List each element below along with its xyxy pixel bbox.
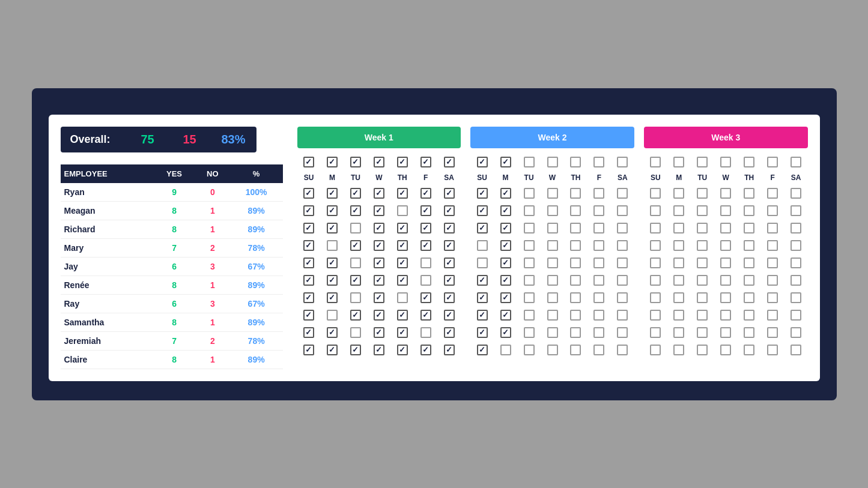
check-cell[interactable]	[297, 290, 321, 306]
check-cell[interactable]	[517, 203, 541, 218]
check-cell[interactable]	[470, 325, 494, 340]
checkbox[interactable]	[650, 258, 661, 268]
check-cell[interactable]	[691, 290, 714, 306]
check-cell[interactable]	[691, 185, 714, 201]
check-cell[interactable]	[494, 255, 517, 271]
checkbox[interactable]	[420, 310, 431, 321]
checkbox[interactable]	[720, 205, 731, 216]
checkbox[interactable]	[477, 240, 488, 251]
checkbox[interactable]	[303, 188, 314, 199]
checkbox[interactable]	[303, 327, 314, 338]
checkbox[interactable]	[477, 292, 488, 303]
checkbox[interactable]	[500, 275, 511, 286]
check-cell[interactable]	[437, 203, 461, 218]
check-cell[interactable]	[541, 185, 564, 201]
checkbox[interactable]	[327, 157, 338, 167]
checkbox[interactable]	[593, 258, 604, 268]
check-cell[interactable]	[714, 185, 738, 201]
checkbox[interactable]	[767, 275, 778, 286]
check-cell[interactable]	[414, 325, 437, 340]
checkbox[interactable]	[547, 205, 558, 216]
check-cell[interactable]	[414, 342, 437, 358]
checkbox[interactable]	[444, 327, 455, 338]
checkbox[interactable]	[327, 292, 338, 303]
checkbox[interactable]	[350, 292, 361, 303]
check-cell[interactable]	[297, 255, 321, 271]
check-cell[interactable]	[320, 325, 344, 340]
check-cell[interactable]	[414, 203, 437, 218]
checkbox[interactable]	[720, 157, 731, 167]
checkbox[interactable]	[444, 275, 455, 286]
check-cell[interactable]	[470, 307, 494, 323]
check-cell[interactable]	[785, 342, 808, 358]
checkbox[interactable]	[547, 275, 558, 286]
check-cell[interactable]	[738, 255, 761, 271]
checkbox[interactable]	[444, 188, 455, 199]
checkbox[interactable]	[744, 157, 754, 167]
check-cell[interactable]	[297, 203, 321, 218]
check-cell[interactable]	[437, 325, 461, 340]
checkbox[interactable]	[617, 205, 628, 216]
check-cell[interactable]	[761, 203, 785, 218]
checkbox[interactable]	[547, 223, 558, 233]
checkbox[interactable]	[593, 205, 604, 216]
checkbox[interactable]	[547, 345, 558, 355]
checkbox[interactable]	[524, 345, 535, 355]
checkbox[interactable]	[744, 327, 754, 338]
checkbox[interactable]	[697, 188, 708, 199]
header-check-cell[interactable]	[344, 154, 367, 170]
check-cell[interactable]	[367, 290, 390, 306]
check-cell[interactable]	[667, 238, 691, 253]
check-cell[interactable]	[691, 342, 714, 358]
check-cell[interactable]	[644, 273, 667, 288]
check-cell[interactable]	[564, 185, 587, 201]
checkbox[interactable]	[420, 223, 431, 233]
checkbox[interactable]	[444, 292, 455, 303]
check-cell[interactable]	[344, 238, 367, 253]
checkbox[interactable]	[617, 240, 628, 251]
checkbox[interactable]	[397, 157, 408, 167]
check-cell[interactable]	[714, 203, 738, 218]
checkbox[interactable]	[477, 223, 488, 233]
checkbox[interactable]	[744, 275, 754, 286]
check-cell[interactable]	[738, 220, 761, 236]
checkbox[interactable]	[524, 310, 535, 321]
check-cell[interactable]	[587, 307, 611, 323]
header-check-cell[interactable]	[644, 154, 667, 170]
checkbox[interactable]	[767, 188, 778, 199]
check-cell[interactable]	[644, 238, 667, 253]
check-cell[interactable]	[541, 220, 564, 236]
check-cell[interactable]	[714, 325, 738, 340]
checkbox[interactable]	[617, 188, 628, 199]
checkbox[interactable]	[570, 258, 581, 268]
check-cell[interactable]	[785, 307, 808, 323]
check-cell[interactable]	[494, 185, 517, 201]
check-cell[interactable]	[714, 255, 738, 271]
checkbox[interactable]	[673, 188, 684, 199]
checkbox[interactable]	[303, 240, 314, 251]
checkbox[interactable]	[791, 205, 801, 216]
check-cell[interactable]	[587, 255, 611, 271]
checkbox[interactable]	[374, 310, 384, 321]
check-cell[interactable]	[297, 273, 321, 288]
check-cell[interactable]	[738, 238, 761, 253]
check-cell[interactable]	[390, 307, 414, 323]
checkbox[interactable]	[500, 205, 511, 216]
checkbox[interactable]	[697, 327, 708, 338]
check-cell[interactable]	[437, 238, 461, 253]
check-cell[interactable]	[390, 238, 414, 253]
checkbox[interactable]	[767, 327, 778, 338]
check-cell[interactable]	[437, 307, 461, 323]
check-cell[interactable]	[785, 185, 808, 201]
check-cell[interactable]	[667, 342, 691, 358]
check-cell[interactable]	[761, 220, 785, 236]
header-check-cell[interactable]	[320, 154, 344, 170]
checkbox[interactable]	[327, 345, 338, 355]
check-cell[interactable]	[414, 238, 437, 253]
check-cell[interactable]	[738, 273, 761, 288]
checkbox[interactable]	[650, 205, 661, 216]
check-cell[interactable]	[738, 342, 761, 358]
checkbox[interactable]	[767, 292, 778, 303]
check-cell[interactable]	[564, 220, 587, 236]
header-check-cell[interactable]	[785, 154, 808, 170]
